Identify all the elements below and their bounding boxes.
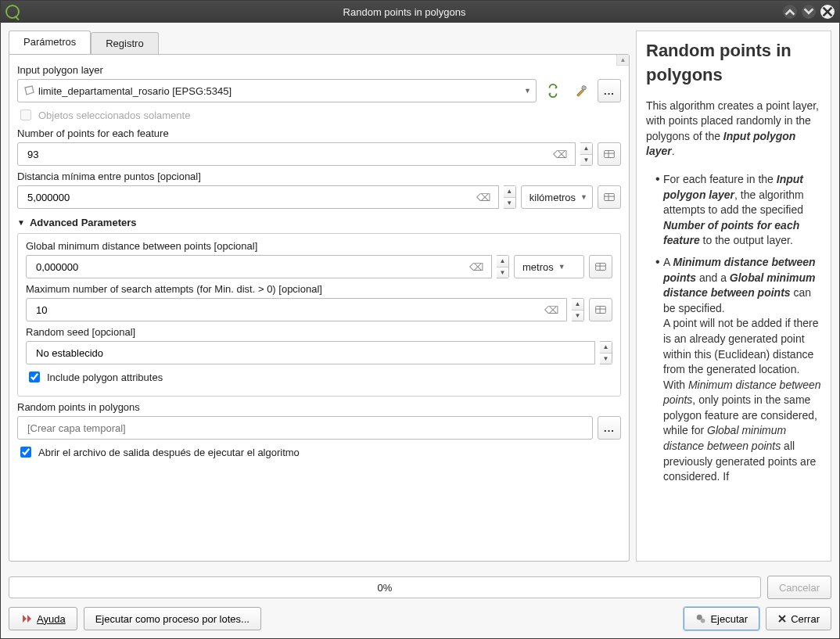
chevron-down-icon: ▼ — [558, 263, 565, 271]
advanced-options-button[interactable] — [569, 79, 593, 102]
data-defined-button[interactable] — [598, 185, 621, 209]
cancel-button: Cancelar — [767, 576, 831, 599]
svg-rect-3 — [596, 264, 606, 271]
include-attrs-checkbox[interactable] — [29, 372, 40, 382]
advanced-group-toggle[interactable]: ▼ Advanced Parameters — [17, 217, 621, 228]
spinner-up-icon[interactable]: ▲ — [572, 299, 583, 311]
close-window-button[interactable] — [820, 5, 835, 19]
dots-icon: ... — [604, 422, 615, 434]
min-distance-unit-select[interactable]: kilómetros ▼ — [521, 185, 593, 209]
browse-layer-button[interactable]: ... — [598, 79, 621, 102]
spinner-up-icon[interactable]: ▲ — [504, 186, 515, 198]
tab-parameters[interactable]: Parámetros — [9, 31, 91, 54]
iterate-features-button[interactable] — [541, 79, 565, 102]
progress-bar: 0% — [9, 576, 761, 598]
help-title: Random points in polygons — [646, 39, 821, 88]
clear-icon[interactable]: ⌫ — [544, 304, 558, 316]
open-output-row: Abrir el archivo de salida después de ej… — [17, 444, 621, 460]
output-path-input-wrap — [17, 416, 593, 440]
progress-text: 0% — [378, 582, 393, 594]
global-min-input-wrap: ⌫ — [26, 255, 492, 278]
parameters-tab-body: ▲ Input polygon layer limite_departament… — [9, 54, 630, 562]
include-attrs-label: Include polygon attributes — [47, 372, 163, 383]
min-distance-label: Distancia mínima entre puntos [opcional] — [17, 171, 621, 182]
help-list: For each feature in the Input polygon la… — [646, 171, 821, 485]
qgis-app-icon — [5, 5, 20, 19]
min-distance-unit-value: kilómetros — [529, 192, 576, 203]
help-icon — [20, 612, 33, 625]
min-distance-spinner[interactable]: ▲ ▼ — [504, 185, 516, 209]
max-attempts-input-wrap: ⌫ — [26, 298, 567, 321]
spinner-down-icon[interactable]: ▼ — [580, 155, 592, 166]
svg-rect-1 — [605, 151, 615, 158]
random-seed-input-wrap — [26, 341, 595, 364]
output-layer-label: Random points in polygons — [17, 401, 621, 413]
spinner-down-icon[interactable]: ▼ — [497, 267, 508, 278]
random-seed-input[interactable] — [31, 341, 590, 364]
input-polygon-select[interactable]: limite_departamental_rosario [EPSG:5345]… — [17, 79, 537, 102]
include-attrs-row: Include polygon attributes — [26, 369, 612, 385]
selected-only-label: Objetos seleccionados solamente — [38, 109, 190, 121]
clear-icon[interactable]: ⌫ — [476, 192, 490, 203]
input-polygon-label: Input polygon layer — [17, 64, 621, 76]
dots-icon: ... — [604, 85, 615, 97]
chevron-down-icon: ▼ — [580, 193, 587, 201]
max-attempts-label: Maximum number of search attempts (for M… — [26, 283, 612, 295]
spinner-down-icon[interactable]: ▼ — [600, 354, 612, 364]
output-browse-button[interactable]: ... — [598, 416, 621, 440]
input-polygon-value: limite_departamental_rosario [EPSG:5345] — [38, 85, 232, 97]
button-row: Ayuda Ejecutar como proceso por lotes...… — [9, 607, 831, 630]
data-defined-button[interactable] — [589, 298, 612, 321]
svg-point-0 — [582, 86, 586, 90]
num-points-spinner[interactable]: ▲ ▼ — [580, 142, 593, 166]
run-button[interactable]: Ejecutar — [684, 607, 759, 630]
data-defined-button[interactable] — [598, 142, 621, 166]
maximize-button[interactable] — [802, 5, 816, 19]
tabs-bar: Parámetros Registro — [9, 31, 630, 54]
spinner-up-icon[interactable]: ▲ — [600, 342, 612, 354]
svg-rect-2 — [605, 194, 615, 201]
help-bullet-1: For each feature in the Input polygon la… — [663, 171, 821, 249]
spinner-down-icon[interactable]: ▼ — [504, 198, 515, 209]
parameters-scroll[interactable]: Input polygon layer limite_departamental… — [17, 59, 629, 556]
help-button[interactable]: Ayuda — [9, 607, 77, 630]
max-attempts-input[interactable] — [31, 298, 544, 321]
min-distance-input[interactable] — [23, 185, 476, 209]
data-defined-button[interactable] — [589, 255, 612, 278]
max-attempts-spinner[interactable]: ▲ ▼ — [572, 298, 584, 321]
global-min-unit-value: metros — [522, 261, 554, 273]
expanded-triangle-icon: ▼ — [17, 218, 25, 227]
global-min-label: Global minimum distance between points [… — [26, 240, 612, 252]
global-min-unit-select[interactable]: metros ▼ — [514, 255, 584, 278]
minimize-button[interactable] — [783, 5, 797, 19]
run-batch-button[interactable]: Ejecutar como proceso por lotes... — [84, 607, 261, 630]
clear-icon[interactable]: ⌫ — [469, 261, 483, 273]
spinner-up-icon[interactable]: ▲ — [580, 143, 592, 155]
help-panel[interactable]: Random points in polygons This algorithm… — [636, 31, 831, 562]
random-seed-spinner[interactable]: ▲ ▼ — [600, 341, 612, 364]
polygon-layer-icon — [23, 84, 35, 97]
num-points-input-wrap: ⌫ — [17, 142, 576, 166]
selected-only-row: Objetos seleccionados solamente — [17, 107, 621, 123]
help-intro: This algorithm creates a point layer, wi… — [646, 99, 821, 160]
help-bullet-2: A Minimum distance between points and a … — [663, 253, 821, 485]
spinner-down-icon[interactable]: ▼ — [572, 311, 583, 321]
global-min-spinner[interactable]: ▲ ▼ — [497, 255, 509, 278]
clear-icon[interactable]: ⌫ — [553, 149, 567, 160]
random-seed-label: Random seed [opcional] — [26, 326, 612, 338]
content-area: Parámetros Registro ▲ Input polygon laye… — [1, 23, 839, 569]
num-points-input[interactable] — [23, 142, 553, 166]
progress-row: 0% Cancelar — [9, 576, 831, 599]
tab-log[interactable]: Registro — [91, 32, 158, 54]
min-distance-input-wrap: ⌫ — [17, 185, 499, 209]
gears-icon — [695, 613, 706, 624]
open-output-checkbox[interactable] — [20, 447, 31, 458]
global-min-input[interactable] — [31, 255, 469, 278]
close-button[interactable]: Cerrar — [766, 607, 831, 630]
window-controls — [783, 5, 835, 19]
spinner-up-icon[interactable]: ▲ — [497, 256, 508, 267]
svg-rect-4 — [596, 307, 606, 314]
window-title: Random points in polygons — [26, 6, 783, 18]
bottom-area: 0% Cancelar Ayuda Ejecutar como proceso … — [1, 569, 839, 638]
output-path-input[interactable] — [23, 416, 587, 440]
